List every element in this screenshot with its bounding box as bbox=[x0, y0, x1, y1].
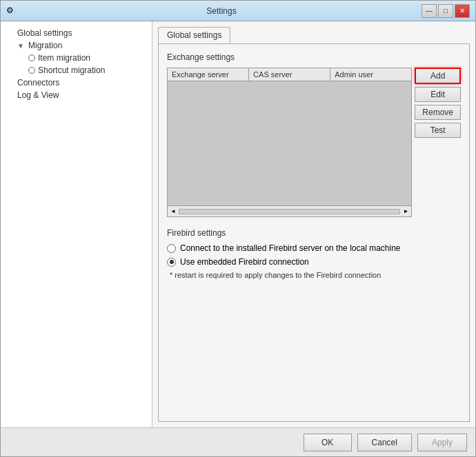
radio-option-embedded[interactable]: Use embedded Firebird connection bbox=[167, 257, 461, 267]
scroll-right-icon[interactable]: ► bbox=[403, 208, 408, 214]
content-area: Global settings Exchange settings Exchan… bbox=[152, 21, 475, 427]
main-content: Global settings ▼ Migration Item migrati… bbox=[1, 21, 475, 427]
tree-radio-icon bbox=[28, 67, 35, 74]
table-body bbox=[168, 81, 411, 205]
table-footer: ◄ ► bbox=[168, 205, 411, 216]
cancel-button[interactable]: Cancel bbox=[357, 434, 412, 451]
horizontal-scrollbar[interactable] bbox=[179, 209, 400, 214]
firebird-settings-section: Firebird settings Connect to the install… bbox=[167, 228, 461, 279]
sidebar-item-connectors[interactable]: Connectors bbox=[1, 77, 152, 89]
exchange-table: Exchange server CAS server Admin user ◄ … bbox=[167, 68, 412, 217]
edit-button[interactable]: Edit bbox=[415, 87, 461, 102]
sidebar-item-label: Migration bbox=[28, 41, 62, 50]
footer: OK Cancel Apply bbox=[1, 427, 475, 456]
settings-window: ⚙ Settings — □ ✕ Global settings ▼ Migra… bbox=[0, 0, 476, 457]
radio-embedded[interactable] bbox=[167, 258, 176, 267]
tree-radio-icon bbox=[28, 54, 35, 61]
col-exchange-server: Exchange server bbox=[168, 68, 249, 81]
tab-global-settings[interactable]: Global settings bbox=[158, 27, 230, 43]
remove-button[interactable]: Remove bbox=[415, 105, 461, 120]
close-button[interactable]: ✕ bbox=[455, 4, 470, 18]
scroll-left-icon[interactable]: ◄ bbox=[170, 208, 176, 214]
window-title: Settings bbox=[21, 6, 422, 16]
test-button[interactable]: Test bbox=[415, 123, 461, 138]
sidebar: Global settings ▼ Migration Item migrati… bbox=[1, 21, 152, 427]
firebird-note: * restart is required to apply changes t… bbox=[167, 271, 461, 279]
add-button[interactable]: Add bbox=[415, 68, 461, 84]
apply-button[interactable]: Apply bbox=[417, 434, 467, 451]
maximize-button[interactable]: □ bbox=[438, 4, 453, 18]
sidebar-item-label: Connectors bbox=[17, 78, 59, 88]
expand-icon: ▼ bbox=[17, 42, 26, 50]
sidebar-item-label: Log & View bbox=[17, 90, 59, 100]
exchange-settings-section: Exchange settings Exchange server CAS se… bbox=[167, 52, 461, 217]
tab-bar: Global settings bbox=[158, 27, 470, 43]
minimize-button[interactable]: — bbox=[422, 4, 437, 18]
exchange-settings-label: Exchange settings bbox=[167, 52, 461, 62]
radio-local[interactable] bbox=[167, 244, 176, 253]
sidebar-item-migration[interactable]: ▼ Migration bbox=[1, 39, 152, 52]
sidebar-item-label: Shortcut migration bbox=[38, 65, 105, 75]
tab-content: Exchange settings Exchange server CAS se… bbox=[158, 43, 470, 422]
radio-dot bbox=[170, 260, 174, 264]
table-header: Exchange server CAS server Admin user bbox=[168, 68, 411, 81]
sidebar-item-global-settings[interactable]: Global settings bbox=[1, 27, 152, 39]
radio-embedded-label: Use embedded Firebird connection bbox=[180, 257, 309, 267]
sidebar-item-shortcut-migration[interactable]: Shortcut migration bbox=[1, 64, 152, 77]
window-icon: ⚙ bbox=[6, 6, 17, 17]
sidebar-item-log-view[interactable]: Log & View bbox=[1, 89, 152, 101]
sidebar-item-label: Item migration bbox=[38, 53, 90, 63]
table-area: Exchange server CAS server Admin user ◄ … bbox=[167, 68, 461, 217]
ok-button[interactable]: OK bbox=[304, 434, 352, 451]
exchange-buttons: Add Edit Remove Test bbox=[415, 68, 461, 217]
radio-local-label: Connect to the installed Firebird server… bbox=[180, 243, 401, 253]
col-cas-server: CAS server bbox=[249, 68, 330, 81]
firebird-settings-label: Firebird settings bbox=[167, 228, 461, 238]
sidebar-item-label: Global settings bbox=[17, 28, 72, 38]
radio-option-local[interactable]: Connect to the installed Firebird server… bbox=[167, 243, 461, 253]
title-bar: ⚙ Settings — □ ✕ bbox=[1, 1, 475, 21]
window-controls: — □ ✕ bbox=[422, 4, 470, 18]
col-admin-user: Admin user bbox=[330, 68, 411, 81]
sidebar-item-item-migration[interactable]: Item migration bbox=[1, 52, 152, 64]
